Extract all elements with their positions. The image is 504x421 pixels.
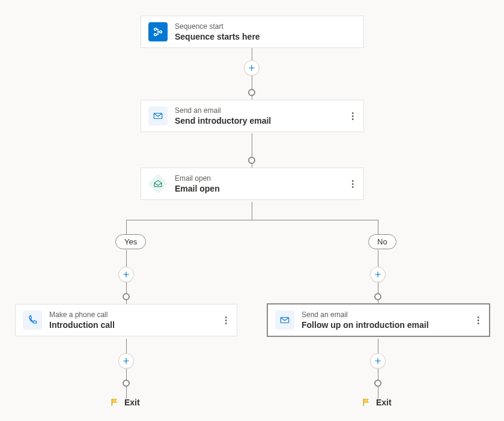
svg-point-0: [154, 28, 157, 31]
exit-node: Exit: [110, 398, 140, 407]
flow-icon: [148, 22, 168, 41]
connector-node: [248, 89, 255, 96]
node-type-label: Sequence start: [175, 22, 260, 31]
exit-node: Exit: [362, 398, 392, 407]
email-icon: [275, 310, 294, 330]
node-title: Introduction call: [49, 320, 115, 330]
node-more-menu[interactable]: •••: [222, 316, 229, 325]
connector: [378, 220, 378, 234]
node-type-label: Send an email: [302, 310, 429, 319]
node-condition-email-open[interactable]: Email open Email open •••: [141, 168, 364, 200]
node-more-menu[interactable]: •••: [475, 316, 482, 325]
node-phone-call[interactable]: Make a phone call Introduction call •••: [15, 304, 237, 336]
connector-node: [374, 380, 381, 387]
node-type-label: Send an email: [175, 106, 271, 115]
node-type-label: Email open: [175, 174, 220, 183]
node-more-menu[interactable]: •••: [349, 112, 356, 121]
add-step-button[interactable]: [370, 267, 386, 282]
connector-node: [374, 293, 381, 300]
email-open-icon: [148, 174, 168, 193]
flag-icon: [110, 398, 120, 407]
svg-point-1: [154, 34, 157, 36]
add-step-button[interactable]: [118, 353, 134, 369]
add-step-button[interactable]: [370, 353, 386, 369]
connector: [126, 220, 378, 220]
email-icon: [148, 106, 168, 126]
node-type-label: Make a phone call: [49, 310, 115, 319]
connector-node: [248, 157, 255, 164]
connector-node: [123, 380, 130, 387]
branch-yes-label: Yes: [115, 234, 146, 249]
connector: [126, 220, 127, 234]
connector: [378, 339, 378, 399]
exit-label: Exit: [124, 398, 140, 407]
node-send-email-1[interactable]: Send an email Send introductory email ••…: [141, 100, 364, 132]
exit-label: Exit: [376, 398, 392, 407]
svg-point-2: [160, 31, 162, 33]
connector: [252, 202, 252, 220]
node-more-menu[interactable]: •••: [349, 180, 356, 189]
node-title: Sequence starts here: [175, 32, 260, 41]
flag-icon: [362, 398, 371, 407]
node-sequence-start[interactable]: Sequence start Sequence starts here: [141, 16, 364, 48]
add-step-button[interactable]: [244, 60, 260, 76]
node-send-email-2[interactable]: Send an email Follow up on introduction …: [267, 303, 490, 337]
connector: [126, 339, 127, 399]
connector-node: [123, 293, 130, 300]
branch-no-label: No: [368, 234, 396, 249]
phone-icon: [23, 310, 42, 330]
node-title: Email open: [175, 184, 220, 193]
node-title: Follow up on introduction email: [302, 320, 429, 330]
node-title: Send introductory email: [175, 116, 271, 126]
add-step-button[interactable]: [118, 267, 134, 282]
